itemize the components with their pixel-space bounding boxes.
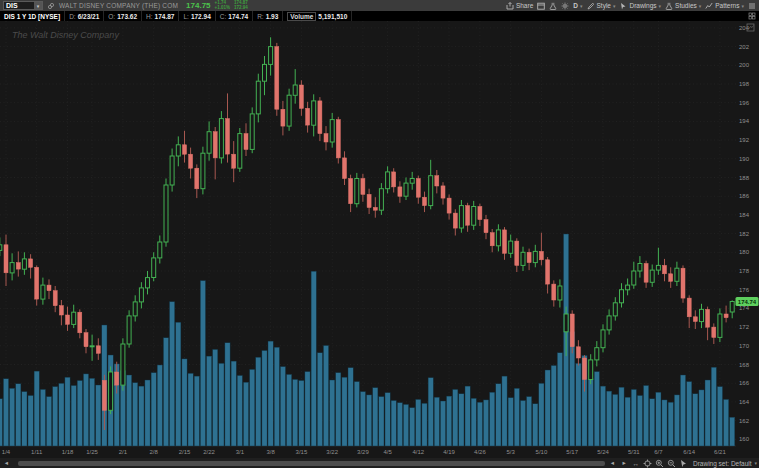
volume-bar bbox=[194, 376, 199, 446]
ohlc-infobar: DIS 1 Y 1D [NYSE] D:6/23/21 O:173.62 H:1… bbox=[0, 11, 759, 21]
fit-width-icon[interactable]: ↔ bbox=[631, 459, 640, 468]
candle-body-down bbox=[706, 309, 710, 327]
candle-body-down bbox=[367, 194, 371, 207]
candle-body-up bbox=[429, 176, 433, 206]
candle-body-up bbox=[41, 285, 45, 299]
maximize-grid-icon[interactable] bbox=[748, 12, 756, 20]
high-cell: H:174.87 bbox=[142, 11, 179, 21]
candle-body-up bbox=[121, 344, 125, 385]
volume-bar bbox=[182, 359, 187, 446]
volume-bar bbox=[83, 374, 88, 446]
share-button[interactable]: Share bbox=[506, 2, 533, 10]
candle-body-down bbox=[576, 347, 580, 358]
symbol-dropdown-caret[interactable]: ▾ bbox=[34, 2, 42, 9]
volume-bar bbox=[71, 386, 76, 447]
x-axis-tick: 6/7 bbox=[654, 449, 663, 455]
x-axis-tick: 5/10 bbox=[536, 449, 548, 455]
x-axis-tick: 4/19 bbox=[443, 449, 455, 455]
candle-body-up bbox=[613, 303, 617, 316]
volume-bar bbox=[471, 398, 476, 446]
candle-body-down bbox=[226, 119, 230, 155]
volume-bar bbox=[428, 378, 433, 446]
volume-bar bbox=[213, 349, 218, 446]
x-axis-tick: 5/3 bbox=[507, 449, 516, 455]
share-icon bbox=[506, 2, 514, 10]
pointer-icon[interactable] bbox=[679, 459, 688, 468]
x-axis-tick: 1/11 bbox=[31, 449, 43, 455]
volume-bar bbox=[10, 388, 15, 446]
last-price-bubble: 174.74 bbox=[736, 297, 759, 306]
chart-descriptor: DIS 1 Y 1D [NYSE] bbox=[0, 11, 65, 21]
volume-bar bbox=[496, 384, 501, 446]
candle-body-up bbox=[700, 309, 704, 321]
timeframe-button[interactable]: D▾ bbox=[573, 2, 582, 9]
y-axis-tick: 160 bbox=[739, 436, 750, 442]
style-button[interactable]: Style▾ bbox=[586, 2, 615, 10]
analysis-button[interactable] bbox=[549, 2, 557, 10]
volume-bar bbox=[613, 394, 618, 446]
hamburger-icon bbox=[748, 2, 756, 10]
settings-button[interactable] bbox=[561, 2, 569, 10]
candle-body-down bbox=[35, 267, 39, 299]
patterns-button[interactable]: Patterns▾ bbox=[705, 2, 744, 10]
volume-bar bbox=[453, 389, 458, 446]
zoom-in-icon[interactable] bbox=[655, 459, 664, 468]
candle-body-up bbox=[207, 132, 211, 154]
symbol-input[interactable]: DIS ▾ bbox=[3, 1, 43, 10]
chart-scrollbar[interactable] bbox=[18, 461, 605, 466]
volume-bar bbox=[96, 385, 101, 446]
y-axis-tick: 178 bbox=[739, 268, 750, 274]
volume-bar bbox=[447, 396, 452, 446]
crosshair-icon[interactable] bbox=[643, 459, 652, 468]
candle-body-down bbox=[712, 327, 716, 337]
menu-button[interactable] bbox=[748, 2, 756, 10]
volume-bar bbox=[508, 398, 513, 446]
drawings-button[interactable]: Drawings▾ bbox=[619, 2, 661, 10]
x-axis-tick: 2/8 bbox=[150, 449, 159, 455]
volume-bar bbox=[200, 281, 205, 446]
calendar-button[interactable] bbox=[537, 2, 545, 10]
volume-bar bbox=[656, 392, 661, 446]
candle-body-down bbox=[232, 154, 236, 168]
candle-body-down bbox=[527, 252, 531, 262]
candle-body-down bbox=[299, 85, 303, 108]
y-axis-tick: 170 bbox=[739, 343, 750, 349]
candle-body-down bbox=[343, 158, 347, 179]
candle-body-down bbox=[724, 314, 728, 318]
x-axis-tick: 4/12 bbox=[412, 449, 424, 455]
candle-body-down bbox=[515, 241, 519, 265]
candle-body-down bbox=[478, 207, 482, 220]
candle-body-up bbox=[256, 81, 260, 114]
candle-body-up bbox=[533, 251, 537, 262]
candle-body-down bbox=[78, 312, 82, 333]
volume-bar bbox=[557, 353, 562, 446]
volume-bar bbox=[680, 375, 685, 446]
candle-body-down bbox=[447, 198, 451, 213]
y-axis-tick: 174 bbox=[739, 305, 750, 311]
day-low: 172.94 bbox=[234, 6, 248, 11]
candle-body-up bbox=[459, 206, 463, 228]
candle-body-up bbox=[379, 189, 383, 211]
candle-body-down bbox=[189, 154, 193, 168]
volume-value: 5,191,510 bbox=[318, 13, 347, 20]
scroll-left-icon[interactable]: ◂ bbox=[2, 459, 11, 468]
volume-bar bbox=[40, 389, 45, 446]
volume-bar bbox=[385, 393, 390, 446]
candle-body-up bbox=[176, 145, 180, 156]
pan-right-icon[interactable]: ▸ bbox=[620, 459, 629, 468]
candle-body-up bbox=[638, 264, 642, 272]
last-price: 174.75 bbox=[186, 1, 210, 10]
drawing-set-caret[interactable]: ▾ bbox=[755, 460, 758, 466]
studies-button[interactable]: Studies▾ bbox=[665, 2, 701, 10]
candle-body-up bbox=[263, 64, 267, 81]
pan-left-icon[interactable]: ◂ bbox=[608, 459, 617, 468]
zoom-out-icon[interactable] bbox=[667, 459, 676, 468]
candle-body-up bbox=[312, 101, 316, 125]
candle-body-down bbox=[306, 108, 310, 125]
volume-bar bbox=[367, 395, 372, 446]
link-icon[interactable] bbox=[47, 2, 55, 10]
candle-body-up bbox=[139, 288, 143, 302]
y-axis-tick: 166 bbox=[739, 380, 750, 386]
drawing-set-selector[interactable]: Drawing set: Default bbox=[693, 460, 752, 467]
price-chart[interactable]: 1601621641661681701721741761781801821841… bbox=[0, 21, 759, 458]
